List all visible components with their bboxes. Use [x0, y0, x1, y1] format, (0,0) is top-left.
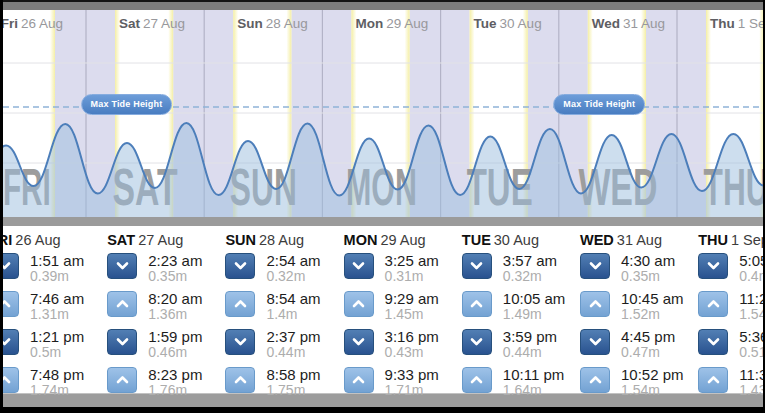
tide-row: 8:20 am1.36m	[107, 291, 225, 317]
low-tide-button[interactable]	[462, 253, 492, 279]
tide-info: 8:20 am1.36m	[148, 291, 202, 321]
chevron-down-icon	[234, 337, 247, 347]
tide-day-abbr: WED	[580, 232, 614, 248]
tide-info: 3:16 pm0.43m	[385, 329, 439, 359]
high-tide-button[interactable]	[3, 367, 19, 393]
tide-rows: 3:25 am0.31m9:29 am1.45m3:16 pm0.43m9:33…	[344, 253, 462, 393]
tide-row: 7:48 pm1.74m	[3, 367, 107, 393]
high-tide-button[interactable]	[462, 291, 492, 317]
high-tide-button[interactable]	[698, 291, 728, 317]
tide-day-abbr: SAT	[107, 232, 135, 248]
chart-day-label: Wed31 Aug	[592, 16, 665, 31]
tide-day-date: 28 Aug	[259, 232, 304, 248]
tide-day-column: TUE30 Aug3:57 am0.32m10:05 am1.49m3:59 p…	[462, 226, 580, 405]
high-tide-button[interactable]	[3, 291, 19, 317]
chevron-up-icon	[589, 375, 602, 385]
chevron-up-icon	[352, 299, 365, 309]
chart-day-label: Fri26 Aug	[3, 16, 63, 31]
high-tide-button[interactable]	[225, 291, 255, 317]
tide-info: 7:48 pm1.74m	[30, 367, 84, 397]
tide-time: 10:11 pm	[503, 368, 564, 381]
tide-time: 10:52 pm	[621, 368, 684, 381]
low-tide-button[interactable]	[344, 329, 374, 355]
tide-widget: FRISATSUNMONTUEWEDTHUFri26 AugSat27 AugS…	[3, 0, 763, 407]
tide-day-abbr: THU	[698, 232, 728, 248]
chart-day-name: Sat	[119, 16, 140, 31]
chevron-down-icon	[116, 337, 129, 347]
chart-day-name: Mon	[355, 16, 383, 31]
tide-row: 8:23 pm1.76m	[107, 367, 225, 393]
chevron-down-icon	[470, 337, 483, 347]
high-tide-button[interactable]	[580, 291, 610, 317]
low-tide-button[interactable]	[3, 329, 19, 355]
tide-info: 10:11 pm1.64m	[503, 367, 564, 397]
high-tide-button[interactable]	[344, 367, 374, 393]
chevron-down-icon	[707, 261, 720, 271]
tide-info: 2:54 am0.32m	[266, 253, 320, 283]
tide-row: 8:54 am1.4m	[225, 291, 343, 317]
tide-day-header: MON29 Aug	[344, 232, 462, 248]
high-tide-button[interactable]	[107, 291, 137, 317]
tide-day-date: 1 Sep	[731, 232, 763, 248]
chart-day-name: Thu	[710, 16, 735, 31]
tide-row: 7:46 am1.31m	[3, 291, 107, 317]
tide-table: FRI26 Aug1:51 am0.39m7:46 am1.31m1:21 pm…	[3, 226, 763, 393]
tide-row: 5:05 am0.4m	[698, 253, 763, 279]
tide-day-column: SAT27 Aug2:23 am0.35m8:20 am1.36m1:59 pm…	[107, 226, 225, 405]
tide-row: 3:25 am0.31m	[344, 253, 462, 279]
low-tide-button[interactable]	[698, 253, 728, 279]
chevron-up-icon	[234, 299, 247, 309]
tide-info: 8:58 pm1.75m	[266, 367, 320, 397]
tide-row: 10:45 am1.52m	[580, 291, 698, 317]
tide-height: 1.75m	[266, 384, 320, 397]
tide-height: 0.32m	[503, 270, 557, 283]
low-tide-button[interactable]	[225, 329, 255, 355]
high-tide-button[interactable]	[344, 291, 374, 317]
tide-rows: 4:30 am0.35m10:45 am1.52m4:45 pm0.47m10:…	[580, 253, 698, 393]
chart-day-label: Thu1 Sep	[710, 16, 763, 31]
low-tide-button[interactable]	[3, 253, 19, 279]
low-tide-button[interactable]	[344, 253, 374, 279]
tide-time: 8:54 am	[266, 292, 320, 305]
tide-height: 1.36m	[148, 308, 202, 321]
high-tide-button[interactable]	[698, 367, 728, 393]
tide-row: 5:36 pm0.51m	[698, 329, 763, 355]
tide-day-abbr: SUN	[225, 232, 256, 248]
chevron-down-icon	[589, 337, 602, 347]
tide-day-abbr: TUE	[462, 232, 491, 248]
low-tide-button[interactable]	[580, 253, 610, 279]
tide-time: 2:54 am	[266, 254, 320, 267]
tide-time: 10:05 am	[503, 292, 566, 305]
chart-day-label: Mon29 Aug	[355, 16, 428, 31]
chevron-down-icon	[470, 261, 483, 271]
chevron-down-icon	[707, 337, 720, 347]
tide-height: 1.54m	[739, 308, 763, 321]
high-tide-button[interactable]	[107, 367, 137, 393]
tide-height: 0.44m	[266, 346, 320, 359]
low-tide-button[interactable]	[698, 329, 728, 355]
tide-info: 8:54 am1.4m	[266, 291, 320, 321]
tide-info: 1:51 am0.39m	[30, 253, 84, 283]
tide-day-column: MON29 Aug3:25 am0.31m9:29 am1.45m3:16 pm…	[344, 226, 462, 405]
tide-height: 0.32m	[266, 270, 320, 283]
low-tide-button[interactable]	[580, 329, 610, 355]
tide-row: 2:23 am0.35m	[107, 253, 225, 279]
high-tide-button[interactable]	[462, 367, 492, 393]
tide-rows: 3:57 am0.32m10:05 am1.49m3:59 pm0.44m10:…	[462, 253, 580, 393]
chart-day-date: 30 Aug	[500, 16, 542, 31]
high-tide-button[interactable]	[580, 367, 610, 393]
high-tide-button[interactable]	[225, 367, 255, 393]
tide-rows: 1:51 am0.39m7:46 am1.31m1:21 pm0.5m7:48 …	[3, 253, 107, 393]
chart-day-name: Tue	[474, 16, 497, 31]
low-tide-button[interactable]	[462, 329, 492, 355]
tide-day-header: SUN28 Aug	[225, 232, 343, 248]
tide-height: 0.35m	[148, 270, 202, 283]
low-tide-button[interactable]	[225, 253, 255, 279]
tide-info: 2:23 am0.35m	[148, 253, 202, 283]
low-tide-button[interactable]	[107, 329, 137, 355]
low-tide-button[interactable]	[107, 253, 137, 279]
tide-rows: 2:23 am0.35m8:20 am1.36m1:59 pm0.46m8:23…	[107, 253, 225, 393]
tide-height: 0.43m	[385, 346, 439, 359]
chevron-up-icon	[116, 375, 129, 385]
tide-height: 1.4m	[266, 308, 320, 321]
